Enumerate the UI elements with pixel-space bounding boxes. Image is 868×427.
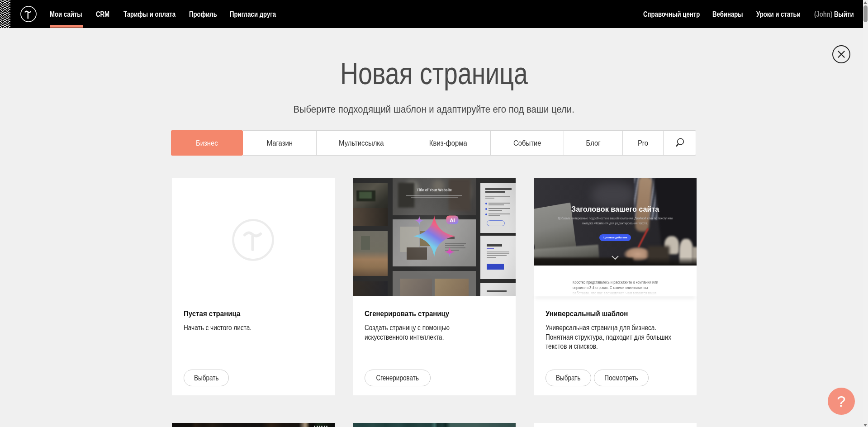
svg-text:AI: AI [450, 218, 455, 223]
